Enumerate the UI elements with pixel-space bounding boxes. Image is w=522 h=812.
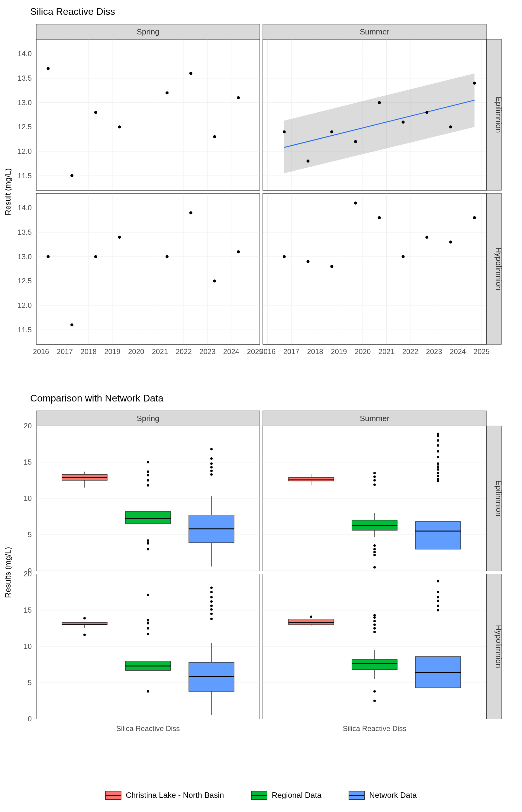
legend-item: Christina Lake - North Basin bbox=[105, 791, 224, 800]
svg-point-82 bbox=[71, 323, 74, 326]
svg-point-252 bbox=[147, 619, 149, 622]
scatter-plot: SpringSummerEpilimnionHypolimnion11.511.… bbox=[0, 21, 522, 384]
svg-rect-89 bbox=[263, 193, 486, 344]
legend: Christina Lake - North BasinRegional Dat… bbox=[0, 791, 522, 800]
svg-point-28 bbox=[94, 111, 97, 114]
svg-point-113 bbox=[425, 236, 428, 239]
svg-text:Summer: Summer bbox=[360, 27, 390, 36]
svg-point-218 bbox=[437, 480, 439, 482]
svg-text:Hypolimnion: Hypolimnion bbox=[494, 625, 503, 668]
svg-point-294 bbox=[437, 609, 439, 611]
svg-point-226 bbox=[437, 450, 439, 452]
svg-point-248 bbox=[147, 690, 149, 693]
svg-point-187 bbox=[210, 463, 213, 465]
svg-text:Epilimnion: Epilimnion bbox=[494, 480, 503, 516]
svg-text:2018: 2018 bbox=[307, 347, 323, 356]
svg-text:Results (mg/L): Results (mg/L) bbox=[3, 547, 13, 598]
svg-text:2019: 2019 bbox=[104, 347, 120, 356]
svg-point-284 bbox=[374, 631, 376, 633]
svg-text:12.5: 12.5 bbox=[18, 123, 32, 131]
svg-text:2023: 2023 bbox=[199, 347, 215, 356]
svg-point-85 bbox=[165, 255, 168, 258]
svg-point-219 bbox=[437, 478, 439, 480]
svg-point-262 bbox=[210, 600, 213, 603]
svg-point-264 bbox=[210, 591, 213, 593]
svg-point-230 bbox=[437, 432, 439, 435]
svg-point-188 bbox=[210, 458, 213, 460]
svg-point-222 bbox=[437, 468, 439, 471]
svg-text:Hypolimnion: Hypolimnion bbox=[494, 247, 503, 290]
svg-text:2024: 2024 bbox=[450, 347, 466, 356]
svg-point-205 bbox=[374, 566, 376, 569]
svg-point-84 bbox=[118, 236, 121, 239]
svg-point-186 bbox=[210, 466, 213, 469]
svg-point-172 bbox=[147, 548, 149, 550]
svg-point-184 bbox=[210, 473, 213, 476]
svg-point-185 bbox=[210, 470, 213, 472]
svg-point-210 bbox=[374, 483, 376, 486]
svg-point-173 bbox=[147, 542, 149, 545]
svg-point-88 bbox=[237, 250, 240, 253]
svg-point-81 bbox=[46, 255, 49, 258]
svg-point-299 bbox=[437, 580, 439, 583]
svg-point-263 bbox=[210, 596, 213, 598]
svg-point-249 bbox=[147, 633, 149, 635]
svg-point-260 bbox=[210, 608, 213, 611]
svg-text:2021: 2021 bbox=[379, 347, 395, 356]
svg-text:13.5: 13.5 bbox=[18, 228, 32, 236]
svg-point-178 bbox=[147, 470, 149, 473]
svg-rect-216 bbox=[415, 522, 461, 549]
svg-text:2017: 2017 bbox=[57, 347, 73, 356]
svg-text:20: 20 bbox=[24, 422, 32, 430]
svg-point-174 bbox=[147, 539, 149, 542]
svg-point-87 bbox=[213, 280, 216, 282]
svg-point-228 bbox=[437, 439, 439, 442]
svg-text:Result (mg/L): Result (mg/L) bbox=[3, 168, 13, 216]
svg-point-212 bbox=[374, 475, 376, 478]
svg-text:15: 15 bbox=[24, 458, 32, 466]
svg-text:Epilimnion: Epilimnion bbox=[494, 97, 503, 133]
svg-text:2025: 2025 bbox=[247, 347, 263, 356]
svg-point-206 bbox=[374, 554, 376, 556]
svg-rect-199 bbox=[288, 477, 334, 481]
svg-point-207 bbox=[374, 551, 376, 553]
svg-point-26 bbox=[46, 67, 49, 70]
svg-point-227 bbox=[437, 444, 439, 447]
svg-point-109 bbox=[330, 265, 333, 268]
svg-point-175 bbox=[147, 484, 149, 487]
svg-point-61 bbox=[449, 125, 452, 128]
svg-point-60 bbox=[425, 111, 428, 114]
svg-point-211 bbox=[374, 479, 376, 482]
svg-text:14.0: 14.0 bbox=[18, 49, 32, 58]
svg-point-297 bbox=[437, 596, 439, 598]
svg-text:2025: 2025 bbox=[474, 347, 490, 356]
legend-item: Regional Data bbox=[251, 791, 321, 800]
svg-rect-8 bbox=[36, 39, 260, 190]
svg-text:2019: 2019 bbox=[331, 347, 347, 356]
svg-text:12.0: 12.0 bbox=[18, 147, 32, 155]
svg-text:13.0: 13.0 bbox=[18, 252, 32, 261]
svg-text:10: 10 bbox=[24, 494, 32, 502]
svg-point-251 bbox=[147, 622, 149, 624]
box-title: Comparison with Network Data bbox=[30, 393, 163, 404]
svg-text:2022: 2022 bbox=[402, 347, 418, 356]
svg-rect-280 bbox=[352, 659, 397, 670]
svg-text:2016: 2016 bbox=[33, 347, 49, 356]
svg-text:13.5: 13.5 bbox=[18, 74, 32, 82]
svg-point-176 bbox=[147, 479, 149, 482]
svg-point-62 bbox=[473, 82, 476, 85]
svg-text:2020: 2020 bbox=[355, 347, 371, 356]
svg-rect-256 bbox=[189, 663, 234, 691]
svg-text:0: 0 bbox=[28, 715, 32, 723]
svg-point-30 bbox=[165, 91, 168, 94]
svg-point-59 bbox=[401, 121, 404, 124]
svg-point-208 bbox=[374, 548, 376, 550]
svg-text:2020: 2020 bbox=[128, 347, 144, 356]
svg-text:2022: 2022 bbox=[176, 347, 192, 356]
svg-point-285 bbox=[374, 627, 376, 630]
svg-point-31 bbox=[189, 72, 193, 75]
svg-point-288 bbox=[374, 616, 376, 619]
svg-text:2024: 2024 bbox=[223, 347, 239, 356]
svg-text:12.5: 12.5 bbox=[18, 277, 32, 285]
svg-point-220 bbox=[437, 475, 439, 477]
